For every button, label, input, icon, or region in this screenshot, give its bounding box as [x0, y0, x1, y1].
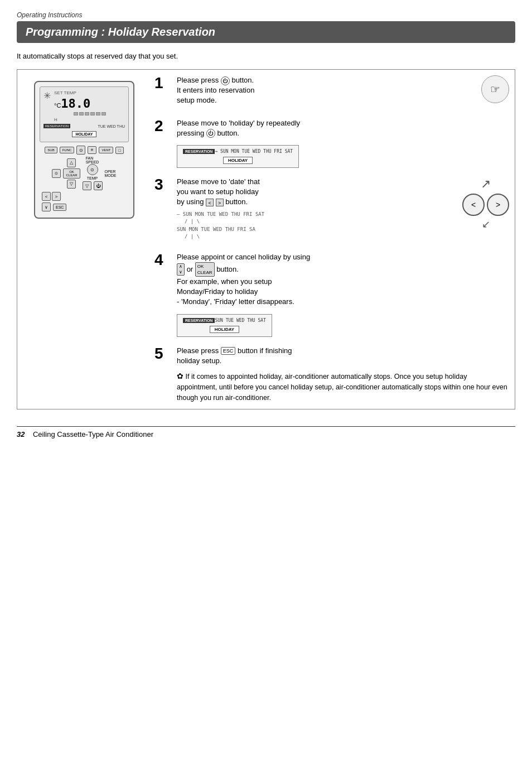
step3-arrow-icons: ↗ < > ↙: [462, 177, 509, 230]
intro-text: It automatically stops at reserved day t…: [17, 52, 515, 60]
step-3-content: Please move to 'date' that you want to s…: [177, 177, 509, 243]
page-number: 32: [17, 430, 25, 438]
right-button[interactable]: >: [52, 192, 61, 201]
step1-power-icon: ⏻: [221, 76, 230, 85]
step4-up-down-btn: ∧∨: [177, 263, 185, 276]
steps-panel: 1 Please press ⏻ button. It enters into …: [154, 75, 509, 403]
step2-reservation-label: RESERVATION: [183, 149, 215, 154]
sub-button[interactable]: SUB: [45, 147, 57, 153]
step-5-text: Please press ESC button if finishing hol…: [177, 346, 509, 366]
step5-esc-icon: ESC: [221, 347, 236, 355]
h-indicator: H: [54, 117, 125, 122]
operating-instructions-label: Operating Instructions: [17, 11, 515, 19]
step-4: 4 Please appoint or cancel holiday by us…: [154, 252, 509, 337]
temp-label: TEMP: [87, 176, 98, 180]
display-holiday-btn: HOLIDAY: [72, 131, 97, 137]
step-5-number: 5: [154, 346, 171, 361]
step2-days: → SUN MON TUE WED THU FRI SAT: [215, 149, 293, 154]
step3-left-icon: <: [206, 199, 214, 206]
power-button[interactable]: ⏻: [94, 181, 103, 190]
note-text: If it comes to appointed holiday, air-co…: [177, 373, 507, 402]
display-reservation-strip: RESERVATION TUE WED THU: [43, 124, 125, 128]
display-days: TUE WED THU: [98, 124, 125, 128]
box-button[interactable]: □: [115, 147, 123, 154]
step-1: 1 Please press ⏻ button. It enters into …: [154, 75, 509, 109]
step4-clear-btn: OKCLEAR: [195, 262, 215, 277]
step-2-reservation-display: RESERVATION → SUN MON TUE WED THU FRI SA…: [177, 145, 299, 168]
step-5-note: ✿ If it comes to appointed holiday, air-…: [177, 370, 509, 403]
step-1-number: 1: [154, 75, 171, 91]
remote-display: ✳ SET TEMP °C 18.0: [40, 86, 129, 142]
step-2-content: Please move to 'holiday' by repeatedly p…: [177, 118, 509, 168]
step1-hand-icon: ☞: [481, 75, 509, 103]
step-2: 2 Please move to 'holiday' by repeatedly…: [154, 118, 509, 168]
step3-circle-right: >: [487, 194, 509, 216]
product-name: Ceiling Cassette-Type Air Conditioner: [33, 430, 153, 438]
fan-speed-label: FANSPEED: [86, 156, 99, 164]
snowflake-icon: ✳: [43, 90, 51, 101]
step-3: 3 Please move to 'date' that you want to…: [154, 177, 509, 243]
remote-buttons: SUB FUNC ⊙ ✳ VENT □ ⊙ △ OKCLEAR ▽: [40, 146, 129, 211]
note-symbol: ✿: [177, 372, 183, 380]
vent-button[interactable]: VENT: [99, 147, 113, 153]
display-reservation-label: RESERVATION: [43, 124, 70, 128]
step-3-number: 3: [154, 177, 171, 192]
step-2-number: 2: [154, 118, 171, 134]
ok-button[interactable]: OKCLEAR: [63, 168, 80, 179]
remote-control-panel: ✳ SET TEMP °C 18.0: [23, 75, 146, 403]
clock-button[interactable]: ⊙: [76, 146, 85, 155]
step-3-days-display: — SUN MON TUE WED THU FRI SAT / | \ SUN …: [177, 211, 264, 241]
step2-holiday-btn: HOLIDAY: [223, 157, 253, 164]
remote-temp-value: 18.0: [61, 97, 90, 110]
step-5-content: Please press ESC button if finishing hol…: [177, 346, 509, 403]
remote-control: ✳ SET TEMP °C 18.0: [34, 81, 134, 219]
step3-right-icon: >: [216, 199, 224, 206]
footer: 32 Ceiling Cassette-Type Air Conditioner: [17, 426, 515, 438]
step-4-text: Please appoint or cancel holiday by usin…: [177, 252, 509, 307]
step4-reservation-label: RESERVATION: [183, 318, 215, 323]
step-4-reservation-display: RESERVATION SUN TUE WED THU SAT HOLIDAY: [177, 314, 272, 337]
chevron-down-button[interactable]: ∨: [42, 203, 51, 211]
step-4-number: 4: [154, 252, 171, 268]
esc-button[interactable]: ESC: [53, 204, 66, 211]
remote-temp-unit-c: °C: [54, 102, 61, 109]
step4-days: SUN TUE WED THU SAT: [215, 318, 266, 323]
temp-down-button[interactable]: ▽: [83, 181, 91, 190]
step3-circle-left: <: [462, 194, 485, 216]
set-temp-label: SET TEMP: [54, 90, 125, 95]
oper-mode-label: OPERMODE: [105, 170, 117, 177]
step-4-content: Please appoint or cancel holiday by usin…: [177, 252, 509, 337]
footer-text: 32 Ceiling Cassette-Type Air Conditioner: [17, 430, 515, 438]
step-1-text: Please press ⏻ button. It enters into re…: [177, 75, 254, 106]
down-button[interactable]: ▽: [67, 180, 76, 189]
page-title: Programming : Holiday Reservation: [17, 21, 515, 43]
remote-bars: [54, 112, 125, 115]
step-3-text: Please move to 'date' that you want to s…: [177, 177, 264, 208]
snowflake-button[interactable]: ✳: [88, 146, 96, 154]
step-1-content: Please press ⏻ button. It enters into re…: [177, 75, 509, 109]
up-button[interactable]: △: [67, 158, 76, 167]
step-2-text: Please move to 'holiday' by repeatedly p…: [177, 118, 509, 138]
fan-speed-button[interactable]: ⊙: [87, 164, 98, 175]
step-5: 5 Please press ESC button if finishing h…: [154, 346, 509, 403]
left-button[interactable]: <: [42, 192, 51, 201]
func-button[interactable]: FUNC: [60, 147, 75, 153]
step4-holiday-btn: HOLIDAY: [210, 326, 239, 333]
clock2-button[interactable]: ⊙: [52, 169, 61, 178]
step2-power-icon: ⏻: [206, 129, 215, 138]
